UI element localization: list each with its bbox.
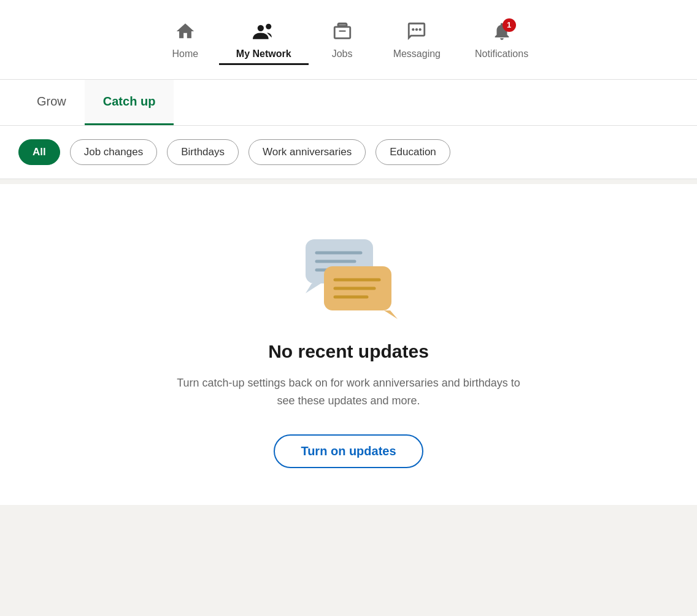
- top-navigation: Home My Network: [0, 0, 697, 80]
- turn-on-updates-button[interactable]: Turn on updates: [274, 434, 423, 468]
- svg-point-5: [419, 28, 422, 31]
- svg-point-4: [415, 28, 418, 31]
- filter-all[interactable]: All: [18, 139, 60, 165]
- filter-job-changes[interactable]: Job changes: [70, 139, 157, 165]
- messaging-label: Messaging: [393, 49, 441, 59]
- notifications-badge: 1: [503, 18, 516, 32]
- notifications-label: Notifications: [475, 49, 528, 59]
- filter-education[interactable]: Education: [375, 139, 450, 165]
- nav-items-container: Home My Network: [152, 15, 545, 65]
- nav-item-messaging[interactable]: Messaging: [376, 15, 458, 65]
- home-icon: [175, 21, 196, 45]
- svg-point-1: [266, 23, 271, 29]
- nav-item-home[interactable]: Home: [152, 15, 219, 65]
- empty-state-description: Turn catch-up settings back on for work …: [177, 374, 520, 410]
- svg-point-0: [257, 25, 263, 31]
- my-network-label: My Network: [236, 49, 291, 59]
- empty-state-section: No recent updates Turn catch-up settings…: [0, 184, 697, 505]
- my-network-icon-wrapper: [253, 21, 275, 49]
- messaging-icon: [406, 21, 427, 45]
- notifications-icon-wrapper: 1: [491, 21, 512, 49]
- empty-state-illustration: [299, 233, 398, 319]
- tab-grow[interactable]: Grow: [18, 80, 85, 125]
- notifications-icon: 1: [491, 21, 512, 45]
- jobs-icon: [332, 21, 353, 45]
- filter-work-anniversaries[interactable]: Work anniversaries: [248, 139, 366, 165]
- filter-birthdays[interactable]: Birthdays: [167, 139, 239, 165]
- nav-item-jobs[interactable]: Jobs: [309, 15, 376, 65]
- tab-catch-up[interactable]: Catch up: [85, 80, 174, 125]
- svg-marker-10: [306, 283, 321, 293]
- jobs-label: Jobs: [332, 49, 353, 59]
- svg-rect-2: [339, 30, 345, 31]
- messaging-icon-wrapper: [406, 21, 427, 49]
- nav-item-my-network[interactable]: My Network: [219, 15, 309, 65]
- home-icon-wrapper: [175, 21, 196, 49]
- svg-marker-15: [384, 310, 398, 319]
- jobs-icon-wrapper: [332, 21, 353, 49]
- filter-section: All Job changes Birthdays Work anniversa…: [0, 126, 697, 179]
- svg-point-3: [412, 28, 415, 31]
- my-network-icon: [253, 21, 275, 45]
- empty-state-title: No recent updates: [268, 341, 429, 362]
- home-label: Home: [172, 49, 198, 59]
- tabs-section: Grow Catch up: [0, 80, 697, 126]
- nav-item-notifications[interactable]: 1 Notifications: [458, 15, 545, 65]
